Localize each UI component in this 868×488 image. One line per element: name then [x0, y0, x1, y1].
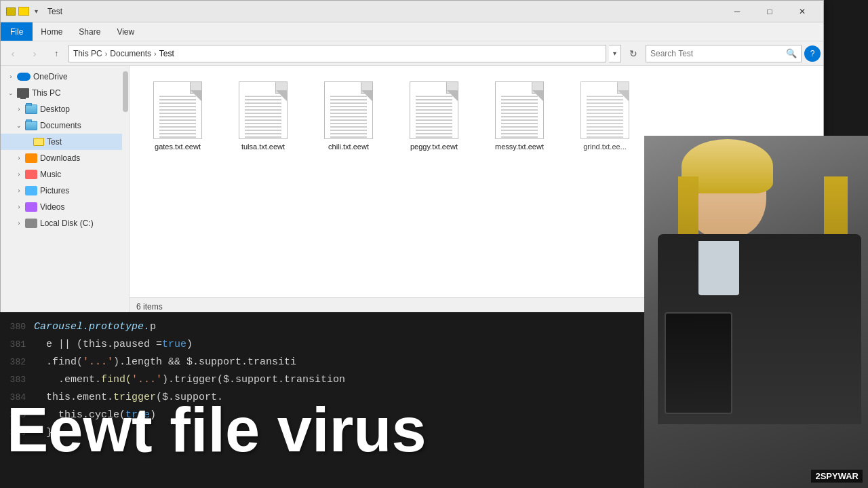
file-item[interactable]: gates.txt.eewt	[140, 77, 215, 156]
line-number: 380	[0, 322, 34, 332]
sidebar-label-desktop: Desktop	[40, 105, 70, 114]
sidebar-item-videos[interactable]: › Videos	[1, 199, 129, 215]
sidebar-scrollbar-track[interactable]	[122, 66, 129, 315]
pictures-folder-icon	[25, 186, 37, 195]
menu-view[interactable]: View	[108, 22, 142, 41]
address-bar: ‹ › ↑ This PC › Documents › Test ▾ ↻ 🔍 ?	[1, 41, 823, 66]
overlay-title: Eewt file virus	[0, 398, 665, 461]
code-text: e || (this.paused =	[34, 339, 162, 350]
search-box[interactable]: 🔍	[646, 45, 802, 62]
code-line-380: 380 Carousel.prototype.p	[0, 318, 644, 335]
file-line	[159, 133, 196, 134]
refresh-button[interactable]: ↻	[624, 45, 643, 62]
code-text: '...'	[132, 374, 162, 386]
desktop-folder-icon	[25, 105, 37, 114]
file-lines	[159, 96, 196, 139]
sidebar-label-videos: Videos	[40, 202, 64, 212]
expand-icon-this-pc: ⌄	[6, 88, 16, 98]
sidebar-item-test[interactable]: Test	[1, 134, 129, 150]
sidebar-item-music[interactable]: › Music	[1, 166, 129, 183]
expand-icon-local-disk: ›	[14, 219, 24, 228]
menu-home[interactable]: Home	[33, 22, 71, 41]
sidebar-label-music: Music	[40, 170, 61, 179]
hdd-icon	[25, 219, 37, 228]
file-item[interactable]: messy.txt.eewt	[482, 77, 557, 156]
file-line	[245, 136, 281, 138]
downloads-folder-icon	[25, 153, 37, 163]
file-line	[330, 113, 367, 114]
file-line	[245, 113, 281, 114]
address-dropdown[interactable]: ▾	[609, 45, 621, 62]
sidebar-label-this-pc: This PC	[32, 88, 61, 98]
file-item[interactable]: tulsa.txt.eewt	[226, 77, 300, 156]
file-line	[501, 119, 538, 121]
title-folder-icon	[18, 7, 29, 16]
sidebar-label-test: Test	[47, 137, 62, 147]
file-icon	[153, 81, 202, 139]
file-line	[587, 96, 623, 97]
file-line	[501, 99, 538, 100]
file-item[interactable]: chili.txt.eewt	[311, 77, 386, 156]
file-line	[587, 106, 623, 107]
code-text: '...'	[83, 356, 113, 368]
address-path[interactable]: This PC › Documents › Test	[68, 45, 606, 62]
breadcrumb-test[interactable]: Test	[159, 49, 174, 58]
sidebar-label-onedrive: OneDrive	[33, 72, 68, 81]
forward-button[interactable]: ›	[25, 45, 44, 62]
file-lines	[587, 96, 623, 139]
file-icon	[324, 81, 373, 139]
file-line	[330, 109, 367, 111]
file-lines	[245, 96, 281, 139]
file-lines	[501, 96, 538, 139]
minimize-button[interactable]: ─	[722, 3, 753, 20]
sidebar-item-local-disk[interactable]: › Local Disk (C:)	[1, 215, 129, 231]
documents-folder-icon	[25, 121, 37, 130]
file-line	[587, 119, 623, 121]
up-button[interactable]: ↑	[47, 45, 66, 62]
sidebar-item-pictures[interactable]: › Pictures	[1, 183, 129, 199]
sidebar-scrollbar-thumb[interactable]	[123, 71, 128, 112]
file-line	[501, 109, 538, 111]
breadcrumb-this-pc[interactable]: This PC	[73, 49, 102, 58]
code-text: true	[162, 339, 186, 350]
sidebar-item-onedrive[interactable]: › OneDrive	[1, 69, 129, 85]
file-paper-icon	[495, 81, 544, 139]
file-line	[416, 113, 452, 114]
help-button[interactable]: ?	[804, 45, 821, 62]
file-icon	[495, 81, 544, 139]
file-line	[416, 99, 452, 100]
title-dropdown[interactable]: ▾	[35, 7, 38, 15]
back-button[interactable]: ‹	[3, 45, 22, 62]
breadcrumb-documents[interactable]: Documents	[110, 49, 151, 58]
file-name: gates.txt.eewt	[155, 142, 201, 151]
file-line	[587, 123, 623, 124]
file-line	[159, 116, 196, 117]
file-line	[501, 136, 538, 138]
menu-bar: File Home Share View	[1, 22, 823, 41]
file-line	[587, 116, 623, 117]
file-lines	[416, 96, 452, 139]
file-line	[245, 96, 281, 97]
maximize-button[interactable]: □	[754, 3, 785, 20]
file-line	[159, 130, 196, 131]
sidebar-item-documents[interactable]: ⌄ Documents	[1, 117, 129, 134]
sidebar-item-downloads[interactable]: › Downloads	[1, 150, 129, 166]
videos-folder-icon	[25, 202, 37, 212]
file-item[interactable]: peggy.txt.eewt	[397, 77, 471, 156]
title-icon-1	[6, 7, 16, 16]
file-line	[330, 96, 367, 97]
code-text: find(	[101, 374, 132, 386]
expand-icon-desktop: ›	[14, 105, 24, 114]
file-item[interactable]: grind.txt.ee...	[568, 77, 642, 156]
person-image	[644, 136, 868, 488]
sidebar-item-this-pc[interactable]: ⌄ This PC	[1, 85, 129, 101]
file-line	[159, 123, 196, 124]
close-button[interactable]: ✕	[787, 3, 818, 20]
search-input[interactable]	[650, 49, 783, 58]
file-name: chili.txt.eewt	[328, 142, 369, 151]
file-line	[245, 123, 281, 124]
sidebar-item-desktop[interactable]: › Desktop	[1, 101, 129, 117]
menu-share[interactable]: Share	[71, 22, 108, 41]
menu-file[interactable]: File	[1, 22, 33, 41]
test-folder-icon	[33, 138, 44, 146]
